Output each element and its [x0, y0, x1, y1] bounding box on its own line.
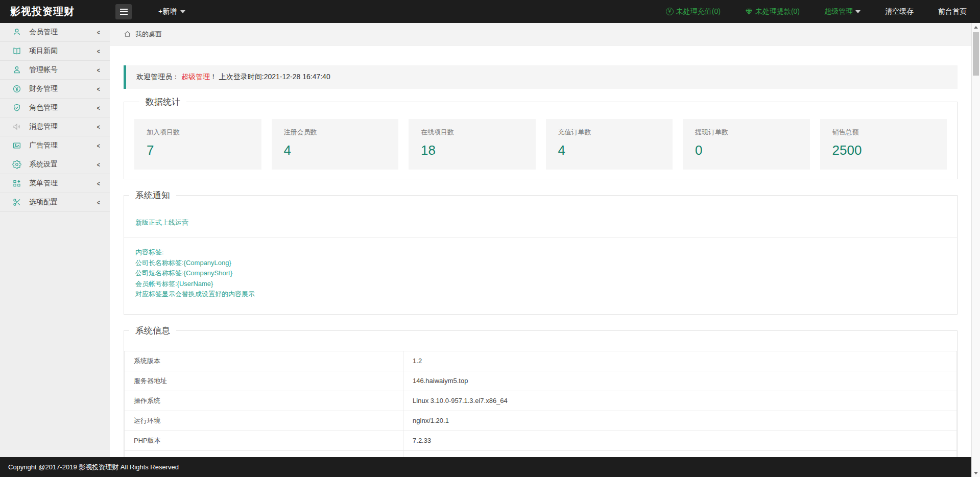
- sidebar-item-label: 管理帐号: [29, 65, 97, 75]
- stat-card-total-sales: 销售总额 2500: [820, 119, 947, 170]
- stats-section: 数据统计 加入项目数 7 注册会员数 4 在线项目数 18 充值订单数 4 提现…: [124, 96, 958, 179]
- footer-bar: Copyright @2017-2019 影视投资理财 All Rights R…: [0, 457, 980, 477]
- scrollbar-thumb[interactable]: [973, 32, 979, 76]
- speaker-icon: [12, 122, 21, 131]
- front-home-label: 前台首页: [938, 7, 967, 16]
- stat-value: 7: [147, 142, 249, 158]
- notice-line: 内容标签:: [135, 247, 946, 258]
- sidebar-item-label: 菜单管理: [29, 179, 97, 188]
- gear-icon: [12, 160, 21, 169]
- chevron-left-icon: <: [97, 47, 100, 55]
- pending-withdraw-label: 未处理提款(0): [755, 7, 800, 16]
- sidebar-toggle-button[interactable]: [115, 4, 132, 19]
- scroll-down-button[interactable]: [972, 469, 980, 477]
- menu-grid-icon: [12, 179, 21, 188]
- stat-label: 销售总额: [832, 128, 935, 137]
- add-new-label: +新增: [158, 7, 177, 16]
- chevron-left-icon: <: [97, 123, 100, 131]
- notice-section-title: 系统通知: [129, 189, 176, 201]
- stat-value: 4: [558, 142, 661, 158]
- sidebar-item-label: 消息管理: [29, 122, 97, 131]
- table-row: 系统版本 1.2: [125, 351, 957, 371]
- chevron-left-icon: <: [97, 142, 100, 150]
- pending-recharge-label: 未处理充值(0): [676, 7, 721, 16]
- gem-icon: [745, 8, 753, 15]
- sysinfo-label: 服务器地址: [125, 371, 403, 391]
- sidebar-item-menus[interactable]: 菜单管理 <: [0, 174, 110, 193]
- sysinfo-label: 操作系统: [125, 391, 403, 411]
- welcome-prefix: 欢迎管理员：: [136, 73, 179, 81]
- breadcrumb-label: 我的桌面: [135, 30, 162, 39]
- stat-label: 提现订单数: [695, 128, 798, 137]
- clear-cache-link[interactable]: 清空缓存: [885, 7, 914, 16]
- scissors-icon: [12, 198, 21, 207]
- arrow-up-icon: [974, 26, 978, 29]
- admin-menu-dropdown[interactable]: 超级管理: [824, 7, 861, 16]
- account-icon: [12, 65, 21, 75]
- add-new-button[interactable]: +新增: [158, 7, 185, 16]
- sidebar-item-roles[interactable]: 角色管理 <: [0, 99, 110, 117]
- chevron-left-icon: <: [97, 85, 100, 93]
- sidebar-item-finance[interactable]: 财务管理 <: [0, 80, 110, 99]
- welcome-banner: 欢迎管理员： 超级管理！ 上次登录时间:2021-12-28 16:47:40: [124, 65, 958, 89]
- sidebar-item-label: 选项配置: [29, 198, 97, 207]
- notice-line: 对应标签显示会替换成设置好的内容展示: [135, 289, 946, 300]
- stat-value: 0: [695, 142, 798, 158]
- sidebar-item-project-news[interactable]: 项目新闻 <: [0, 42, 110, 61]
- breadcrumb-bar: 我的桌面: [110, 23, 971, 45]
- stat-card-joined-projects: 加入项目数 7: [134, 119, 261, 170]
- sidebar-item-system-settings[interactable]: 系统设置 <: [0, 155, 110, 174]
- member-icon: [12, 28, 21, 37]
- top-bar: 影视投资理财 +新增 ¥ 未处理充值(0) 未处理提款(0) 超级管理 清空缓存…: [0, 0, 980, 23]
- pending-recharge-link[interactable]: ¥ 未处理充值(0): [666, 7, 721, 16]
- stat-label: 充值订单数: [558, 128, 661, 137]
- notice-line: 公司短名称标签:{CompanyShort}: [135, 268, 946, 279]
- chevron-left-icon: <: [97, 199, 100, 206]
- sidebar-item-label: 系统设置: [29, 160, 97, 169]
- sysinfo-label: 运行环境: [125, 411, 403, 431]
- sysinfo-label: PHP版本: [125, 431, 403, 450]
- chevron-left-icon: <: [97, 66, 100, 74]
- sysinfo-value: 7.2.33: [403, 431, 957, 450]
- admin-name: 超级管理: [181, 73, 210, 81]
- sysinfo-value: Linux 3.10.0-957.1.3.el7.x86_64: [403, 391, 957, 411]
- sidebar-item-label: 项目新闻: [29, 46, 97, 56]
- table-row: 操作系统 Linux 3.10.0-957.1.3.el7.x86_64: [125, 391, 957, 411]
- stat-value: 2500: [832, 142, 935, 158]
- sidebar-item-members[interactable]: 会员管理 <: [0, 23, 110, 42]
- clear-cache-label: 清空缓存: [885, 7, 914, 16]
- copyright-text: Copyright @2017-2019 影视投资理财 All Rights R…: [8, 463, 179, 472]
- sidebar-nav: 会员管理 < 项目新闻 < 管理帐号 < 财务管理 < 角色管理 < 消息管理 …: [0, 23, 110, 457]
- stats-row: 加入项目数 7 注册会员数 4 在线项目数 18 充值订单数 4 提现订单数 0…: [134, 119, 947, 170]
- stat-card-recharge-orders: 充值订单数 4: [546, 119, 673, 170]
- stat-card-online-projects: 在线项目数 18: [409, 119, 536, 170]
- sidebar-item-label: 广告管理: [29, 141, 97, 150]
- stat-value: 18: [421, 142, 523, 158]
- pending-withdraw-link[interactable]: 未处理提款(0): [745, 7, 800, 16]
- front-home-link[interactable]: 前台首页: [938, 7, 967, 16]
- notice-body: 内容标签: 公司长名称标签:{CompanyLong} 公司短名称标签:{Com…: [124, 238, 957, 307]
- shield-check-icon: [12, 103, 21, 112]
- caret-down-icon: [855, 10, 861, 13]
- sysinfo-value: nginx/1.20.1: [403, 411, 957, 431]
- sysinfo-label: 系统版本: [125, 351, 403, 371]
- sidebar-item-ads[interactable]: 广告管理 <: [0, 136, 110, 155]
- scroll-up-button[interactable]: [972, 23, 980, 31]
- table-row: 服务器地址 146.haiwaiym5.top: [125, 371, 957, 391]
- notice-section: 系统通知 新版正式上线运营 内容标签: 公司长名称标签:{CompanyLong…: [124, 189, 958, 315]
- admin-menu-label: 超级管理: [824, 7, 853, 16]
- table-row: PHP版本 7.2.33: [125, 431, 957, 450]
- sidebar-item-admin-accounts[interactable]: 管理帐号 <: [0, 61, 110, 80]
- sidebar-item-messages[interactable]: 消息管理 <: [0, 117, 110, 136]
- notice-link[interactable]: 新版正式上线运营: [135, 219, 188, 226]
- vertical-scrollbar[interactable]: [971, 23, 980, 477]
- caret-down-icon: [180, 10, 185, 13]
- sidebar-item-options[interactable]: 选项配置 <: [0, 193, 110, 212]
- chevron-left-icon: <: [97, 161, 100, 169]
- sidebar-item-label: 财务管理: [29, 84, 97, 93]
- stat-label: 在线项目数: [421, 128, 523, 137]
- home-icon: [124, 30, 131, 38]
- breadcrumb-item-desktop[interactable]: 我的桌面: [124, 30, 162, 39]
- stat-value: 4: [284, 142, 387, 158]
- sidebar-item-label: 会员管理: [29, 28, 97, 37]
